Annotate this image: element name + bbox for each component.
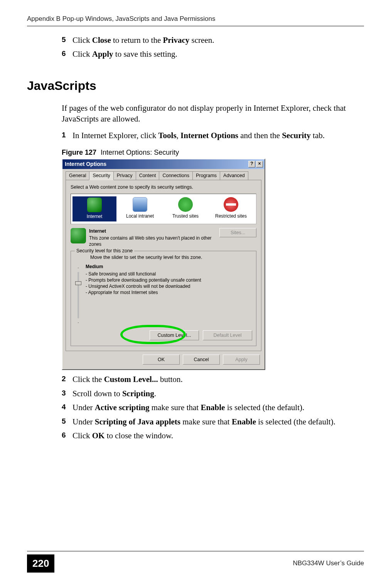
figure-title: Internet Options: Security [101,149,179,156]
step-text: make sure that [180,417,232,426]
globe-icon [71,228,86,243]
tab-general[interactable]: General [66,171,89,180]
step-text: Click [72,431,92,440]
slider-thumb[interactable] [75,281,81,285]
step-number: 3 [62,388,66,398]
step-text: In Internet Explorer, click [72,131,158,140]
step-text: , [177,131,181,140]
default-level-button: Default Level [203,330,252,340]
step-text: screen. [189,35,214,45]
zone-trusted-sites[interactable]: Trusted sites [163,196,207,221]
step-text: and then the [238,131,282,140]
page-footer: 220 NBG334W User’s Guide [27,551,364,573]
step-number: 5 [62,416,66,426]
apply-button: Apply [223,355,260,365]
pre-step-list: 5 Click Close to return to the Privacy s… [62,35,364,60]
zone-label: Local intranet [119,213,161,219]
tab-privacy[interactable]: Privacy [113,171,136,180]
figure-screenshot: Internet Options ? × General Security Pr… [62,159,364,370]
tab-security[interactable]: Security [89,171,113,180]
step-bold: Scripting of Java applets [95,417,180,426]
intro-paragraph: If pages of the web configurator do not … [62,103,364,125]
zone-restricted-sites[interactable]: Restricted sites [209,196,253,221]
fieldset-legend: Security level for this zone [75,248,134,254]
globe-icon [87,198,102,212]
step-bold: Apply [92,49,113,59]
tab-panel-security: Select a Web content zone to specify its… [66,180,261,351]
level-name: Medium [86,264,201,270]
step-text: Click [72,49,92,59]
step-text: Scroll down to [72,389,122,398]
ok-button[interactable]: OK [143,355,180,365]
step-item: 6 Click Apply to save this setting. [62,49,364,59]
security-slider[interactable]: - - [75,264,82,325]
slider-instruction: Move the slider to set the security leve… [90,254,252,261]
step-number: 6 [62,49,66,59]
slider-area: - - Medium Safe browsing and still funct… [75,264,252,325]
step-text: is selected (the default). [256,417,335,426]
step-bold: Enable [232,417,256,426]
step-item: 5 Click Close to return to the Privacy s… [62,35,364,46]
tab-advanced[interactable]: Advanced [220,171,248,180]
section-heading: JavaScripts [27,78,364,94]
zone-description-text: Internet This zone contains all Web site… [89,228,216,248]
zone-label: Restricted sites [210,213,252,219]
step-bold: Tools [158,131,176,140]
step-bold: Close [92,35,111,45]
cancel-button[interactable]: Cancel [183,355,220,365]
step-text: Click [72,35,92,45]
titlebar-buttons: ? × [248,161,263,167]
step-number: 6 [62,430,66,440]
close-button[interactable]: × [256,161,263,167]
step-text: button. [158,375,183,384]
step-bold: Enable [201,403,225,412]
zone-desc-body: This zone contains all Web sites you hav… [89,235,216,247]
tab-content[interactable]: Content [136,171,160,180]
step-bold: Privacy [163,35,189,45]
step-text: Under [72,403,95,412]
level-button-row: Custom Level... Default Level [75,330,252,340]
step-item: 4 Under Active scripting make sure that … [62,402,364,413]
zone-internet[interactable]: Internet [72,196,116,221]
level-bullets: Safe browsing and still functional Promp… [86,271,201,296]
check-icon [178,197,193,212]
custom-level-button[interactable]: Custom Level... [150,330,199,340]
step-list-1: 1 In Internet Explorer, click Tools, Int… [62,130,364,141]
step-bold: Active scripting [95,403,150,412]
step-item: 1 In Internet Explorer, click Tools, Int… [62,130,364,141]
step-text: is selected (the default). [225,403,304,412]
zone-label: Internet [74,213,115,220]
step-text: to save this setting. [113,49,177,59]
running-header: Appendix B Pop-up Windows, JavaScripts a… [27,15,364,26]
step-text: tab. [311,131,325,140]
zone-local-intranet[interactable]: Local intranet [118,196,162,221]
step-text: make sure that [149,403,201,412]
tab-programs[interactable]: Programs [192,171,220,180]
step-number: 2 [62,374,66,384]
tab-strip: General Security Privacy Content Connect… [66,171,261,180]
step-item: 3 Scroll down to Scripting. [62,388,364,399]
level-bullet: Appropriate for most Internet sites [86,289,201,296]
zone-name: Internet [89,228,216,234]
dialog-titlebar[interactable]: Internet Options ? × [62,159,265,169]
tab-connections[interactable]: Connections [159,171,193,180]
page-content: 5 Click Close to return to the Privacy s… [27,35,364,444]
step-number: 4 [62,402,66,412]
page-number: 220 [27,554,54,573]
step-text: . [154,389,156,398]
zone-label: Trusted sites [164,213,207,219]
dialog-title: Internet Options [65,161,106,168]
help-button[interactable]: ? [248,161,255,167]
post-step-list: 2 Click the Custom Level... button. 3 Sc… [62,374,364,441]
step-text: Under [72,417,95,426]
level-bullet: Unsigned ActiveX controls will not be do… [86,283,201,289]
step-text: Click the [72,375,104,384]
step-bold: Scripting [122,389,154,398]
step-item: 6 Click OK to close the window. [62,430,364,441]
zone-list[interactable]: Internet Local intranet Trusted sites Re… [71,194,256,224]
zone-description: Internet This zone contains all Web site… [71,228,256,248]
step-bold: OK [92,431,105,440]
figure-caption: Figure 127 Internet Options: Security [62,148,364,157]
internet-options-dialog: Internet Options ? × General Security Pr… [62,159,265,370]
slider-rail[interactable] [78,272,79,318]
